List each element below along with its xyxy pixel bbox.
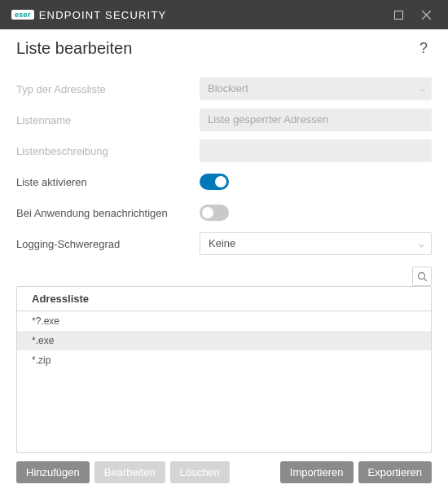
address-table: Adressliste *?.exe *.exe *.zip	[16, 286, 432, 453]
svg-line-4	[424, 278, 427, 281]
close-button[interactable]	[412, 0, 440, 29]
maximize-icon	[394, 11, 403, 20]
titlebar: eser ENDPOINT SECURITY	[0, 0, 448, 29]
chevron-down-icon: ⌵	[419, 233, 424, 254]
maximize-button[interactable]	[384, 0, 412, 29]
export-button[interactable]: Exportieren	[358, 461, 432, 483]
help-button[interactable]: ?	[415, 40, 432, 57]
type-label: Typ der Adressliste	[16, 83, 200, 95]
search-button[interactable]	[412, 267, 432, 286]
svg-point-3	[418, 272, 424, 279]
desc-label: Listenbeschreibung	[16, 145, 200, 157]
dialog-content: Liste bearbeiten ? Typ der Adressliste B…	[0, 29, 448, 489]
close-icon	[422, 11, 431, 20]
chevron-down-icon: ⌵	[420, 77, 425, 100]
import-button[interactable]: Importieren	[280, 461, 354, 483]
brand: eser ENDPOINT SECURITY	[11, 9, 166, 21]
activate-label: Liste aktivieren	[16, 176, 200, 188]
table-header[interactable]: Adressliste	[17, 287, 431, 311]
table-row[interactable]: *.zip	[17, 350, 431, 370]
name-input: Liste gesperrter Adressen	[200, 108, 432, 131]
table-row[interactable]: *.exe	[17, 331, 431, 350]
notify-label: Bei Anwendung benachrichtigen	[16, 207, 200, 219]
table-body: *?.exe *.exe *.zip	[17, 311, 431, 452]
name-value: Liste gesperrter Adressen	[208, 113, 328, 126]
edit-button[interactable]: Bearbeiten	[94, 461, 165, 483]
severity-value: Keine	[209, 237, 235, 249]
search-icon	[417, 271, 428, 282]
svg-rect-0	[394, 11, 402, 19]
dialog-title: Liste bearbeiten	[16, 39, 415, 58]
type-select: Blockiert ⌵	[200, 77, 432, 100]
desc-input	[200, 139, 432, 162]
activate-toggle[interactable]	[200, 174, 229, 190]
type-value: Blockiert	[208, 82, 248, 95]
severity-select[interactable]: Keine ⌵	[200, 232, 432, 255]
notify-toggle[interactable]	[200, 205, 229, 221]
severity-label: Logging-Schweregrad	[16, 238, 200, 250]
delete-button[interactable]: Löschen	[170, 461, 230, 483]
table-row[interactable]: *?.exe	[17, 311, 431, 331]
add-button[interactable]: Hinzufügen	[16, 461, 90, 483]
name-label: Listenname	[16, 114, 200, 126]
brand-badge: eser	[11, 10, 34, 20]
brand-text: ENDPOINT SECURITY	[39, 9, 167, 21]
